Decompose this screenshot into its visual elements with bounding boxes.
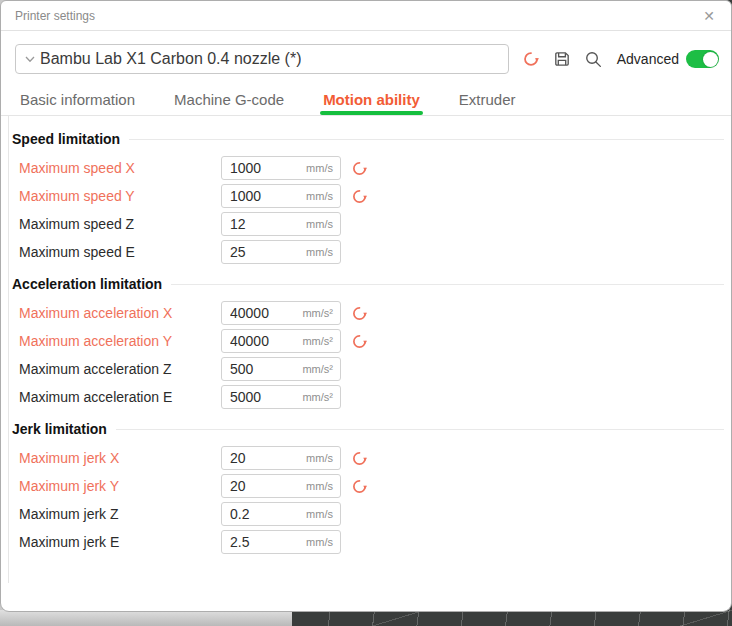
undo-icon (351, 478, 368, 495)
setting-input[interactable] (222, 216, 294, 232)
undo-icon (351, 333, 368, 350)
setting-input[interactable] (222, 389, 294, 405)
setting-row: Maximum acceleration Y mm/s² (9, 327, 731, 355)
setting-input-box: mm/s² (221, 357, 341, 381)
undo-icon (351, 160, 368, 177)
setting-label: Maximum speed Y (19, 188, 221, 204)
setting-row: Maximum jerk X mm/s (9, 444, 731, 472)
section-heading: Jerk limitation (9, 421, 731, 437)
setting-label: Maximum speed E (19, 244, 221, 260)
tab-basic-information[interactable]: Basic information (19, 87, 136, 115)
setting-row: Maximum acceleration X mm/s² (9, 299, 731, 327)
setting-input[interactable] (222, 188, 294, 204)
setting-input-box: mm/s (221, 502, 341, 526)
unit-label: mm/s² (302, 391, 340, 403)
section-title: Speed limitation (12, 131, 120, 147)
setting-input[interactable] (222, 244, 294, 260)
section-heading: Acceleration limitation (9, 276, 731, 292)
setting-input[interactable] (222, 450, 294, 466)
setting-input-box: mm/s (221, 156, 341, 180)
setting-row: Maximum jerk Z mm/s (9, 500, 731, 528)
preset-select[interactable]: Bambu Lab X1 Carbon 0.4 nozzle (*) (15, 44, 509, 74)
setting-label: Maximum speed Z (19, 216, 221, 232)
preset-select-value: Bambu Lab X1 Carbon 0.4 nozzle (*) (40, 50, 301, 68)
setting-input-box: mm/s (221, 184, 341, 208)
setting-label: Maximum jerk E (19, 534, 221, 550)
unit-label: mm/s² (302, 335, 340, 347)
toggle-knob (703, 52, 718, 67)
setting-label: Maximum jerk Y (19, 478, 221, 494)
setting-label: Maximum speed X (19, 160, 221, 176)
reset-value-button[interactable] (351, 160, 368, 177)
tab-label: Motion ability (323, 91, 420, 108)
tab-machine-gcode[interactable]: Machine G-code (173, 87, 285, 115)
unit-label: mm/s (306, 480, 340, 492)
reset-value-button[interactable] (351, 305, 368, 322)
setting-label: Maximum acceleration E (19, 389, 221, 405)
undo-icon (351, 305, 368, 322)
reset-value-button[interactable] (351, 478, 368, 495)
setting-label: Maximum jerk X (19, 450, 221, 466)
section-divider-line (129, 139, 724, 140)
advanced-toggle[interactable] (686, 50, 719, 68)
dialog-titlebar: Printer settings ✕ (1, 1, 731, 31)
setting-row: Maximum speed E mm/s (9, 238, 731, 266)
unit-label: mm/s (306, 452, 340, 464)
setting-row: Maximum acceleration Z mm/s² (9, 355, 731, 383)
close-icon[interactable]: ✕ (700, 7, 718, 25)
setting-input[interactable] (222, 534, 294, 550)
setting-label: Maximum jerk Z (19, 506, 221, 522)
unit-label: mm/s (306, 190, 340, 202)
chevron-down-icon (24, 53, 36, 65)
tab-motion-ability[interactable]: Motion ability (322, 87, 421, 115)
settings-section: Speed limitation Maximum speed X mm/s Ma… (9, 131, 731, 266)
setting-input-box: mm/s (221, 530, 341, 554)
preset-toolbar: Bambu Lab X1 Carbon 0.4 nozzle (*) Advan… (1, 31, 731, 85)
setting-input[interactable] (222, 361, 294, 377)
setting-input-box: mm/s (221, 240, 341, 264)
setting-row: Maximum jerk Y mm/s (9, 472, 731, 500)
reset-value-button[interactable] (351, 450, 368, 467)
search-icon[interactable] (584, 50, 603, 69)
setting-label: Maximum acceleration X (19, 305, 221, 321)
setting-input-box: mm/s (221, 474, 341, 498)
setting-input[interactable] (222, 478, 294, 494)
section-title: Jerk limitation (12, 421, 107, 437)
section-title: Acceleration limitation (12, 276, 162, 292)
setting-label: Maximum acceleration Z (19, 361, 221, 377)
printer-settings-dialog: Printer settings ✕ Bambu Lab X1 Carbon 0… (0, 0, 732, 612)
unit-label: mm/s (306, 536, 340, 548)
setting-input-box: mm/s² (221, 329, 341, 353)
setting-row: Maximum acceleration E mm/s² (9, 383, 731, 411)
unit-label: mm/s (306, 162, 340, 174)
setting-input[interactable] (222, 506, 294, 522)
setting-input[interactable] (222, 333, 294, 349)
setting-row: Maximum speed Y mm/s (9, 182, 731, 210)
section-divider-line (171, 284, 724, 285)
undo-preset-button[interactable] (522, 50, 540, 68)
motion-ability-panel: Speed limitation Maximum speed X mm/s Ma… (8, 116, 731, 583)
reset-value-button[interactable] (351, 333, 368, 350)
advanced-label: Advanced (617, 51, 679, 67)
settings-tabs: Basic information Machine G-code Motion … (1, 85, 731, 115)
save-preset-icon[interactable] (553, 50, 571, 68)
setting-input-box: mm/s² (221, 385, 341, 409)
section-heading: Speed limitation (9, 131, 731, 147)
setting-row: Maximum speed Z mm/s (9, 210, 731, 238)
undo-icon (351, 450, 368, 467)
setting-input-box: mm/s (221, 446, 341, 470)
active-tab-underline (320, 111, 423, 115)
setting-row: Maximum speed X mm/s (9, 154, 731, 182)
setting-label: Maximum acceleration Y (19, 333, 221, 349)
setting-input[interactable] (222, 305, 294, 321)
setting-input[interactable] (222, 160, 294, 176)
unit-label: mm/s² (302, 363, 340, 375)
tab-extruder[interactable]: Extruder (458, 87, 517, 115)
unit-label: mm/s² (302, 307, 340, 319)
setting-row: Maximum jerk E mm/s (9, 528, 731, 556)
settings-section: Jerk limitation Maximum jerk X mm/s Maxi… (9, 421, 731, 556)
unit-label: mm/s (306, 246, 340, 258)
setting-input-box: mm/s² (221, 301, 341, 325)
unit-label: mm/s (306, 508, 340, 520)
reset-value-button[interactable] (351, 188, 368, 205)
